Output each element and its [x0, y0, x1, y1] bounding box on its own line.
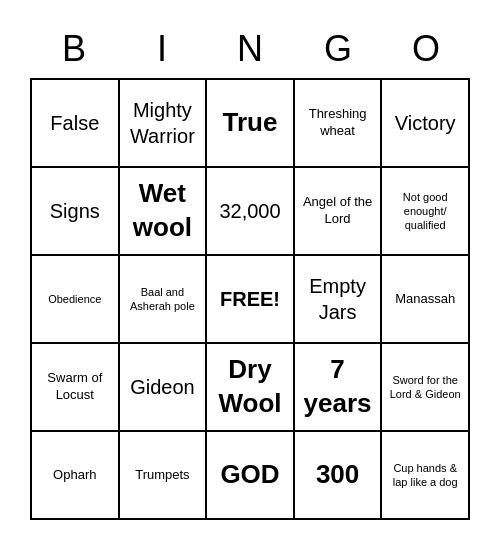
cell-24: Cup hands & lap like a dog — [382, 432, 470, 520]
cell-13: Empty Jars — [295, 256, 383, 344]
cell-18: 7 years — [295, 344, 383, 432]
cell-19: Sword for the Lord & Gideon — [382, 344, 470, 432]
cell-16: Gideon — [120, 344, 208, 432]
cell-4: Victory — [382, 80, 470, 168]
header-letter-B: B — [30, 24, 118, 74]
cell-22: GOD — [207, 432, 295, 520]
cell-14: Manassah — [382, 256, 470, 344]
header-letter-N: N — [206, 24, 294, 74]
cell-23: 300 — [295, 432, 383, 520]
bingo-grid: FalseMighty WarriorTrueThreshing wheatVi… — [30, 78, 470, 520]
bingo-header: BINGO — [30, 24, 470, 74]
cell-12: FREE! — [207, 256, 295, 344]
cell-20: Opharh — [32, 432, 120, 520]
cell-21: Trumpets — [120, 432, 208, 520]
cell-1: Mighty Warrior — [120, 80, 208, 168]
cell-5: Signs — [32, 168, 120, 256]
cell-7: 32,000 — [207, 168, 295, 256]
cell-6: Wet wool — [120, 168, 208, 256]
cell-11: Baal and Asherah pole — [120, 256, 208, 344]
cell-0: False — [32, 80, 120, 168]
cell-3: Threshing wheat — [295, 80, 383, 168]
header-letter-I: I — [118, 24, 206, 74]
cell-9: Not good enought/ qualified — [382, 168, 470, 256]
cell-17: Dry Wool — [207, 344, 295, 432]
cell-15: Swarm of Locust — [32, 344, 120, 432]
header-letter-O: O — [382, 24, 470, 74]
cell-10: Obedience — [32, 256, 120, 344]
cell-2: True — [207, 80, 295, 168]
cell-8: Angel of the Lord — [295, 168, 383, 256]
bingo-card: BINGO FalseMighty WarriorTrueThreshing w… — [20, 14, 480, 530]
header-letter-G: G — [294, 24, 382, 74]
